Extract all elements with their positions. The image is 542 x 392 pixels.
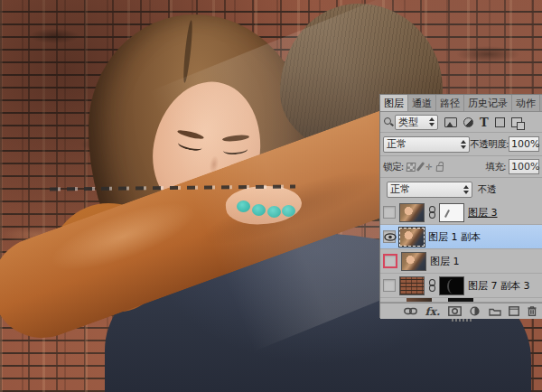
layer-thumbnail[interactable] bbox=[401, 252, 426, 271]
secondary-blend-mode-row: 正常 不透 bbox=[380, 178, 542, 201]
panel-tab-bar: 图层 通道 路径 历史记录 动作 bbox=[380, 95, 542, 112]
tab-channels[interactable]: 通道 bbox=[408, 95, 436, 111]
new-adjustment-layer-icon[interactable] bbox=[469, 306, 481, 316]
truncated-opacity-label: 不透 bbox=[478, 183, 496, 196]
layer-name[interactable]: 图层 3 bbox=[468, 206, 498, 219]
opacity-field[interactable]: 100% bbox=[509, 136, 539, 152]
partial-thumbnail bbox=[406, 298, 432, 302]
secondary-blend-mode-value: 正常 bbox=[390, 182, 461, 196]
tab-history[interactable]: 历史记录 bbox=[464, 95, 512, 111]
layer-thumbnail[interactable] bbox=[399, 203, 425, 222]
type-layer-filter-icon[interactable]: T bbox=[480, 116, 489, 129]
layer-thumbnail-brick[interactable] bbox=[399, 276, 425, 295]
fill-value: 100% bbox=[511, 161, 539, 173]
blend-mode-dropdown[interactable]: 正常 bbox=[383, 136, 470, 153]
lock-paint-icon[interactable] bbox=[416, 162, 425, 172]
tab-paths[interactable]: 路径 bbox=[436, 95, 464, 111]
blend-mode-value: 正常 bbox=[387, 137, 458, 151]
filter-kind-dropdown[interactable]: 类型 bbox=[395, 115, 438, 130]
smart-object-filter-icon[interactable] bbox=[511, 117, 522, 127]
layer-row-layer1[interactable]: 图层 1 bbox=[380, 249, 542, 274]
chevron-up-down-icon bbox=[429, 117, 435, 126]
search-icon bbox=[383, 117, 394, 127]
visibility-toggle-red-highlight[interactable] bbox=[383, 254, 397, 268]
layer-filter-row: 类型 T bbox=[380, 112, 542, 133]
eye-icon bbox=[384, 233, 397, 241]
lock-transparency-icon[interactable] bbox=[406, 163, 416, 172]
filter-kind-label: 类型 bbox=[398, 116, 426, 129]
lock-position-icon[interactable]: ✛ bbox=[425, 163, 432, 172]
link-layers-icon[interactable] bbox=[404, 307, 417, 315]
panel-resize-grip[interactable] bbox=[452, 319, 472, 322]
opacity-label: 不透明度: bbox=[470, 138, 509, 151]
lock-all-icon[interactable] bbox=[435, 165, 443, 172]
lock-icons: ✛ bbox=[406, 162, 443, 172]
delete-layer-icon[interactable] bbox=[528, 306, 537, 316]
layer-name[interactable]: 图层 1 bbox=[430, 255, 460, 268]
tab-actions[interactable]: 动作 bbox=[512, 95, 540, 111]
visibility-toggle[interactable] bbox=[383, 206, 396, 219]
layer-list: 图层 3 图层 1 副本 图层 1 bbox=[380, 201, 542, 303]
layer-thumbnail[interactable] bbox=[399, 228, 425, 247]
layer-mask-thumbnail-white[interactable] bbox=[439, 203, 464, 222]
layer-row-layer7-copy3[interactable]: 图层 7 副本 3 bbox=[380, 274, 542, 298]
mask-link-icon[interactable] bbox=[428, 279, 435, 293]
blend-mode-row: 正常 不透明度: 100% bbox=[380, 133, 542, 156]
visibility-toggle-on[interactable] bbox=[383, 230, 396, 243]
visibility-toggle[interactable] bbox=[383, 279, 396, 292]
new-layer-icon[interactable] bbox=[509, 306, 519, 316]
panel-bottom-toolbar: fx. bbox=[380, 303, 542, 319]
tab-layers[interactable]: 图层 bbox=[380, 95, 408, 111]
lock-row: 锁定: ✛ 填充: 100% bbox=[380, 156, 542, 178]
fill-field[interactable]: 100% bbox=[509, 159, 539, 174]
chevron-up-down-icon bbox=[461, 140, 466, 149]
layer-row-layer3[interactable]: 图层 3 bbox=[380, 201, 542, 225]
shape-layer-filter-icon[interactable] bbox=[495, 117, 505, 127]
chevron-up-down-icon bbox=[463, 185, 469, 194]
fill-label: 填充: bbox=[485, 161, 506, 173]
lock-label: 锁定: bbox=[383, 161, 404, 173]
add-layer-mask-icon[interactable] bbox=[448, 306, 462, 316]
photoshop-canvas: 图层 通道 路径 历史记录 动作 类型 T 正常 bbox=[0, 0, 542, 392]
secondary-blend-mode-dropdown[interactable]: 正常 bbox=[387, 182, 472, 198]
opacity-value: 100% bbox=[511, 138, 539, 150]
layer-mask-thumbnail-black[interactable] bbox=[439, 276, 464, 295]
filter-icons: T bbox=[444, 116, 522, 129]
partial-mask bbox=[448, 298, 473, 302]
layer-name[interactable]: 图层 1 副本 bbox=[428, 230, 481, 244]
layers-panel: 图层 通道 路径 历史记录 动作 类型 T 正常 bbox=[379, 94, 542, 318]
mask-link-icon[interactable] bbox=[428, 206, 435, 219]
layer-row-layer1-copy-selected[interactable]: 图层 1 副本 bbox=[380, 225, 542, 249]
layer-name[interactable]: 图层 7 副本 3 bbox=[468, 279, 530, 293]
new-group-icon[interactable] bbox=[489, 307, 501, 316]
layer-fx-icon[interactable]: fx. bbox=[425, 307, 441, 316]
pixel-layer-filter-icon[interactable] bbox=[444, 117, 457, 127]
adjustment-layer-filter-icon[interactable] bbox=[463, 117, 473, 127]
